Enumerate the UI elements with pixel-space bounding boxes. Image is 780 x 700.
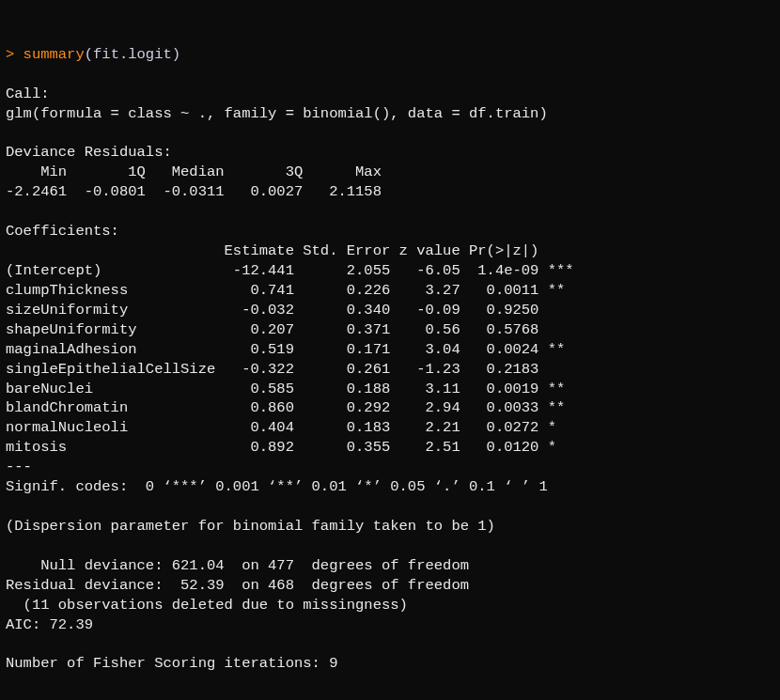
table-row: singleEpithelialCellSize -0.322 0.261 -1… xyxy=(6,361,574,378)
coefficients-header: Coefficients: xyxy=(6,223,119,240)
aic-line: AIC: 72.39 xyxy=(6,616,93,633)
residual-deviance-line: Residual deviance: 52.39 on 468 degrees … xyxy=(6,577,469,594)
deviance-residuals-labels: Min 1Q Median 3Q Max xyxy=(6,163,399,180)
table-row: shapeUniformity 0.207 0.371 0.56 0.5768 xyxy=(6,321,574,338)
table-row: clumpThickness 0.741 0.226 3.27 0.0011 *… xyxy=(6,282,574,299)
null-deviance-line: Null deviance: 621.04 on 477 degrees of … xyxy=(6,557,469,574)
table-row: mitosis 0.892 0.355 2.51 0.0120 * xyxy=(6,439,574,456)
table-row: blandChromatin 0.860 0.292 2.94 0.0033 *… xyxy=(6,399,574,416)
fn-arg: fit.logit xyxy=(93,46,172,63)
missing-obs-line: (11 observations deleted due to missingn… xyxy=(6,597,408,614)
call-line: glm(formula = class ~ ., family = binomi… xyxy=(6,105,548,122)
coefficients-column-header: Estimate Std. Error z value Pr(>|z|) xyxy=(6,242,574,259)
table-row: bareNuclei 0.585 0.188 3.11 0.0019 ** xyxy=(6,381,574,397)
prompt-symbol: > xyxy=(6,46,23,63)
dispersion-line: (Dispersion parameter for binomial famil… xyxy=(6,518,495,535)
deviance-residuals-values: -2.2461 -0.0801 -0.0311 0.0027 2.1158 xyxy=(6,183,399,200)
deviance-residuals-header: Deviance Residuals: xyxy=(6,144,172,161)
table-row: maginalAdhesion 0.519 0.171 3.04 0.0024 … xyxy=(6,341,574,358)
paren-close: ) xyxy=(172,46,180,63)
signif-codes: Signif. codes: 0 ‘***’ 0.001 ‘**’ 0.01 ‘… xyxy=(6,478,548,495)
fisher-iterations-line: Number of Fisher Scoring iterations: 9 xyxy=(6,655,337,672)
table-row: (Intercept) -12.441 2.055 -6.05 1.4e-09 … xyxy=(6,262,574,279)
dash-line: --- xyxy=(6,459,32,475)
table-row: sizeUniformity -0.032 0.340 -0.09 0.9250 xyxy=(6,302,574,319)
call-header: Call: xyxy=(6,86,50,102)
paren-open: ( xyxy=(85,46,93,63)
fn-name: summary xyxy=(23,46,85,63)
table-row: normalNucleoli 0.404 0.183 2.21 0.0272 * xyxy=(6,419,574,436)
